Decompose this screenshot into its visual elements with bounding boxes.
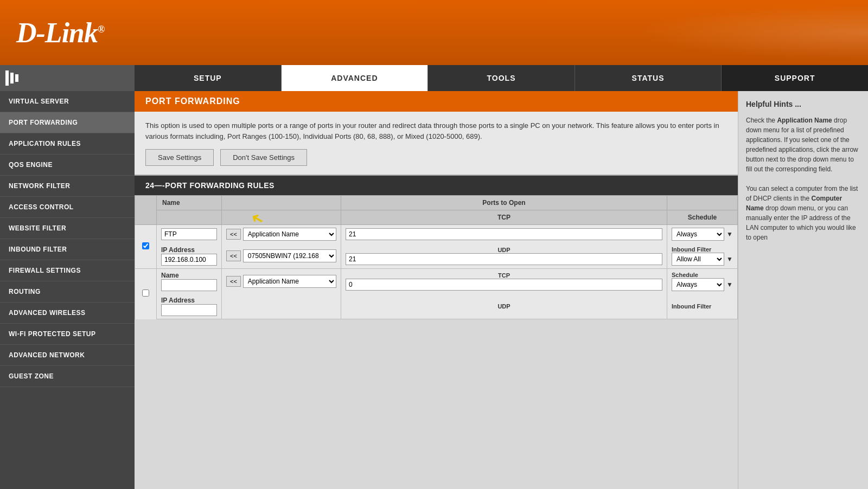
row2-computer-cell <box>222 294 341 319</box>
row1-name-input[interactable] <box>161 228 217 240</box>
row1-inbound-select[interactable]: Allow All <box>672 253 724 266</box>
row1-udp-label: UDP <box>346 247 662 253</box>
row2-udp-cell: UDP <box>341 294 667 319</box>
header: D-Link® <box>0 0 868 65</box>
sidebar: VIRTUAL SERVER PORT FORWARDING APPLICATI… <box>0 91 135 489</box>
sidebar-item-application-rules[interactable]: APPLICATION RULES <box>0 133 135 155</box>
row1-computer-arrow-button[interactable]: << <box>226 250 241 261</box>
row2-schedule-cell: Schedule Always ▼ <box>667 269 738 294</box>
row1-inbound-label: Inbound Filter <box>672 246 733 253</box>
row1-schedule-arrow-icon: ▼ <box>726 230 733 238</box>
sidebar-item-network-filter[interactable]: NETWORK FILTER <box>0 176 135 197</box>
tab-advanced[interactable]: ADVANCED <box>282 65 429 91</box>
row2-schedule-label: Schedule <box>672 272 733 278</box>
col-header-schedule: Schedule <box>667 210 738 225</box>
rules-title: 24—-PORT FORWARDING RULES <box>145 181 275 190</box>
row2-app-flex: << Application Name <box>226 275 336 288</box>
rules-table: Name Ports to Open TCP Schedule <box>135 195 738 319</box>
sidebar-item-port-forwarding[interactable]: PORT FORWARDING <box>0 112 135 133</box>
row1-enable-checkbox[interactable] <box>142 242 149 249</box>
row2-tcp-input[interactable] <box>346 279 662 291</box>
row2-schedule-flex: Always ▼ <box>672 278 733 291</box>
row1-computer-flex: << 07505NBWIN7 (192.168 <box>226 249 336 262</box>
rules-table-wrapper: ➜ Name Ports to Open <box>135 195 738 319</box>
row2-checkbox-cell <box>135 269 157 319</box>
col-header-app-sub <box>222 210 341 225</box>
hints-computer-name-bold: Computer Name <box>746 195 842 212</box>
sidebar-item-virtual-server[interactable]: VIRTUAL SERVER <box>0 91 135 112</box>
table-row: << Application Name <box>135 225 738 244</box>
row2-arrow-button[interactable]: << <box>226 276 241 287</box>
hints-text: Check the Application Name drop down men… <box>746 115 860 242</box>
tab-support[interactable]: SUPPORT <box>722 65 868 91</box>
hints-para-1: Check the Application Name drop down men… <box>746 115 860 174</box>
row2-tcp-label: TCP <box>346 272 662 279</box>
table-row: IP Address UDP Inbound Filter <box>135 294 738 319</box>
sidebar-item-website-filter[interactable]: WEBSITE FILTER <box>0 218 135 239</box>
dont-save-settings-button[interactable]: Don't Save Settings <box>220 149 307 166</box>
row2-app-select[interactable]: Application Name <box>243 275 336 288</box>
dlink-logo: D-Link® <box>16 17 104 49</box>
hints-title: Helpful Hints ... <box>746 99 860 110</box>
stripe-1 <box>5 70 9 86</box>
section-header: PORT FORWARDING <box>135 91 738 112</box>
main-layout: VIRTUAL SERVER PORT FORWARDING APPLICATI… <box>0 91 868 489</box>
row2-ip-label-cell: IP Address <box>157 294 222 319</box>
row1-computer-select[interactable]: 07505NBWIN7 (192.168 <box>243 249 336 262</box>
section-description: This option is used to open multiple por… <box>145 120 727 141</box>
row2-name-input[interactable] <box>161 279 217 291</box>
row1-ip-label-cell: IP Address <box>157 243 222 269</box>
row2-ip-input[interactable] <box>161 304 217 316</box>
row2-name-label: Name <box>161 272 217 279</box>
sidebar-item-firewall-settings[interactable]: FIREWALL SETTINGS <box>0 260 135 281</box>
col-header-schedule-top <box>667 196 738 210</box>
row1-tcp-input[interactable] <box>346 228 662 240</box>
rules-header: 24—-PORT FORWARDING RULES <box>135 176 738 195</box>
col-header-ports-to-open: Ports to Open <box>341 196 667 210</box>
sidebar-item-inbound-filter[interactable]: INBOUND FILTER <box>0 239 135 260</box>
sidebar-item-wifi-protected-setup[interactable]: WI-FI PROTECTED SETUP <box>0 324 135 345</box>
row2-inbound-cell: Inbound Filter <box>667 294 738 319</box>
tab-status[interactable]: STATUS <box>575 65 722 91</box>
button-row: Save Settings Don't Save Settings <box>145 149 727 166</box>
hints-sidebar: Helpful Hints ... Check the Application … <box>738 91 868 489</box>
row1-ip-label: IP Address <box>161 246 217 254</box>
content-area: PORT FORWARDING This option is used to o… <box>135 91 738 489</box>
save-settings-button[interactable]: Save Settings <box>145 149 214 166</box>
row1-arrow-button[interactable]: << <box>226 229 241 240</box>
sidebar-item-qos-engine[interactable]: QOS ENGINE <box>0 155 135 176</box>
sidebar-item-access-control[interactable]: ACCESS CONTROL <box>0 197 135 218</box>
row1-app-cell: << Application Name <box>222 225 341 244</box>
sidebar-item-guest-zone[interactable]: GUEST ZONE <box>0 366 135 387</box>
stripe-2 <box>10 73 14 83</box>
sidebar-item-advanced-network[interactable]: ADVANCED NETWORK <box>0 345 135 366</box>
row1-tcp-cell <box>341 225 667 244</box>
row2-schedule-arrow-icon: ▼ <box>726 281 733 288</box>
row2-name-cell: Name <box>157 269 222 294</box>
col-header-tcp: TCP <box>341 210 667 225</box>
row1-schedule-select[interactable]: Always <box>672 228 724 241</box>
row2-enable-checkbox[interactable] <box>142 289 149 297</box>
row2-tcp-cell: TCP <box>341 269 667 294</box>
col-header-checkbox <box>135 196 157 225</box>
registered-mark: ® <box>98 23 104 34</box>
nav-logo-stripes <box>5 70 18 86</box>
row1-inbound-flex: Allow All ▼ <box>672 253 733 266</box>
tab-setup[interactable]: SETUP <box>135 65 282 91</box>
row1-app-select[interactable]: Application Name <box>243 228 336 241</box>
row1-udp-input[interactable] <box>346 253 662 265</box>
nav-logo-area <box>0 65 135 91</box>
row1-name-cell <box>157 225 222 244</box>
sidebar-item-routing[interactable]: ROUTING <box>0 281 135 303</box>
hints-app-name-bold: Application Name <box>777 117 832 124</box>
table-row: Name << Application Name <box>135 269 738 294</box>
row1-inbound-cell: Inbound Filter Allow All ▼ <box>667 243 738 269</box>
row1-ip-input[interactable] <box>161 254 217 266</box>
row2-schedule-select[interactable]: Always <box>672 278 724 291</box>
sidebar-item-advanced-wireless[interactable]: ADVANCED WIRELESS <box>0 303 135 324</box>
tab-tools[interactable]: TOOLS <box>428 65 575 91</box>
nav-tabs: SETUP ADVANCED TOOLS STATUS SUPPORT <box>0 65 868 91</box>
name-label: Name <box>162 199 180 207</box>
col-header-name: Name <box>157 196 222 210</box>
row1-computer-cell: << 07505NBWIN7 (192.168 <box>222 243 341 269</box>
